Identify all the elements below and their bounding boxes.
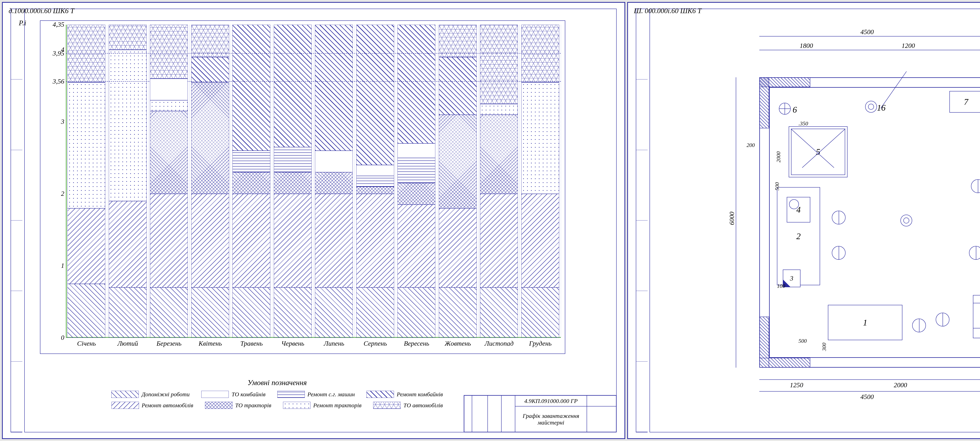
bar-segment	[356, 165, 394, 176]
legend-item: Ремонт комбайнів	[366, 391, 443, 398]
equip-4: 4	[787, 197, 810, 222]
bar-segment	[439, 57, 477, 115]
bar-segment	[439, 288, 477, 338]
dim-bot-a: 1250	[777, 381, 816, 389]
legend-swatch	[205, 402, 232, 409]
x-tick-label: Січень	[67, 340, 106, 347]
bar-segment	[109, 50, 146, 201]
bar-segment	[274, 288, 312, 338]
bar-segment	[274, 147, 312, 172]
bar-column	[190, 25, 231, 338]
bar-segment	[67, 82, 105, 208]
legend-label: ТО автомобілів	[403, 402, 443, 409]
bar-segment	[109, 201, 146, 288]
x-tick-label: Червень	[273, 340, 312, 347]
bar-segment	[150, 25, 188, 79]
dim-bot-c: 1250	[977, 381, 980, 389]
legend-swatch	[111, 391, 139, 398]
bar-column	[272, 25, 313, 338]
chart-plot: 01233,563,9544,35СіченьЛютийБерезеньКвіт…	[66, 25, 561, 338]
bar-column	[231, 25, 272, 338]
x-tick-label: Березень	[150, 340, 189, 347]
bar-segment	[480, 288, 518, 338]
bar-segment	[398, 288, 435, 338]
bar-column	[437, 25, 479, 338]
bar-segment	[315, 151, 353, 172]
dim-top-b: 1200	[889, 42, 928, 50]
bar-segment	[480, 25, 518, 104]
x-tick-label: Серпень	[356, 340, 395, 347]
x-tick-label: Вересень	[397, 340, 436, 347]
legend-swatch	[201, 391, 229, 398]
legend-item: Допоміжні роботи	[111, 391, 189, 398]
legend-item: Ремонт тракторів	[283, 402, 361, 409]
legend-label: Ремонт автомобілів	[142, 402, 193, 409]
right-frame-marks	[636, 9, 648, 432]
equip-1: 1	[828, 305, 902, 340]
bar-column	[396, 25, 437, 338]
plan-wrap: 4500 1800 1200 1500 6000 6000 1250 2000 …	[702, 28, 980, 401]
bar-segment	[150, 79, 188, 100]
left-frame-marks	[11, 9, 22, 432]
legend-item: Ремонт с.г. машин	[277, 391, 355, 398]
drain-center	[900, 215, 912, 226]
bar-segment	[150, 111, 188, 194]
bar-segment	[274, 25, 312, 147]
bar-segment	[150, 288, 188, 338]
bar-segment	[315, 288, 353, 338]
x-tick-label: Листопад	[479, 340, 519, 347]
bar-segment	[315, 25, 353, 151]
y-tick-label: 4	[52, 46, 64, 53]
dim-top-a: 1800	[787, 42, 826, 50]
bar-segment	[356, 194, 394, 288]
y-tick-label: 2	[52, 190, 64, 197]
bar-segment	[398, 183, 435, 205]
bar-segment	[439, 25, 477, 57]
x-tick-label: Квітень	[191, 340, 230, 347]
bar-segment	[232, 172, 270, 194]
bar-segment	[480, 115, 518, 194]
y-tick-label: 3,56	[52, 78, 64, 85]
legend-swatch	[373, 402, 401, 409]
legend-label: Ремонт с.г. машин	[307, 391, 355, 398]
bar-segment	[356, 288, 394, 338]
legend-title-left: Умовні позначення	[72, 378, 483, 387]
bar-column	[520, 25, 561, 338]
bar-segment	[480, 104, 518, 115]
y-axis-title: Р.і	[19, 19, 26, 27]
bar-segment	[521, 82, 559, 194]
bar-segment	[232, 25, 270, 151]
bar-segment	[150, 100, 188, 111]
bar-segment	[398, 144, 435, 158]
legend-label: Ремонт комбайнів	[397, 391, 443, 398]
bar-segment	[191, 288, 229, 338]
doc-id-left: д.1000.000і.60 ШК6 Т	[9, 7, 74, 15]
bar-segment	[67, 208, 105, 284]
bar-segment	[232, 151, 270, 172]
y-tick-label: 4,35	[52, 21, 64, 28]
bar-column	[313, 25, 355, 338]
equip-3: 3	[783, 270, 800, 287]
legend-swatch	[111, 402, 139, 409]
work-mark-2	[832, 246, 846, 260]
room: 1 2 3 4 5 6 7 8 9 10 11 12 13 14 16	[759, 77, 980, 368]
tb-code-left: 4.9КП.091000.000 ГР	[515, 395, 587, 406]
work-mark-4	[936, 313, 950, 326]
bar-segment	[356, 25, 394, 165]
chart-area: Р.і 01233,563,9544,35СіченьЛютийБерезень…	[40, 21, 565, 354]
bar-segment	[109, 288, 146, 338]
bar-column	[479, 25, 520, 338]
bar-segment	[356, 187, 394, 194]
x-tick-label: Грудень	[521, 340, 560, 347]
y-tick-label: 3	[52, 118, 64, 125]
legend-swatch	[366, 391, 394, 398]
bar-segment	[480, 194, 518, 288]
y-tick-label: 0	[52, 334, 64, 341]
dim-top-total: 4500	[848, 28, 887, 36]
bar-segment	[521, 194, 559, 288]
bar-segment	[521, 25, 559, 82]
bar-segment	[274, 172, 312, 194]
legend-swatch	[283, 402, 310, 409]
bar-column	[66, 25, 107, 338]
sheet-right: Ш. 000.000і.60 ШК6 Т 4500 1800 1200 1500…	[627, 2, 980, 439]
